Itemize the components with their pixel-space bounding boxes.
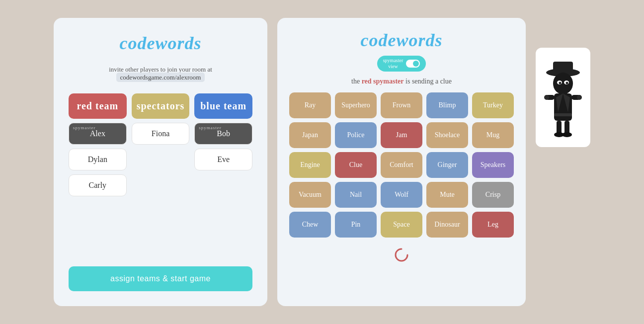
main-container: codewords invite other players to join y…: [54, 18, 590, 306]
svg-rect-1: [553, 62, 573, 74]
word-card-24[interactable]: Leg: [472, 212, 514, 238]
assign-button-container: assign teams & start game: [69, 251, 252, 291]
blue-spymaster-card[interactable]: spymaster Bob: [194, 123, 252, 145]
word-card-0[interactable]: Ray: [289, 92, 331, 118]
spectators-header[interactable]: spectators: [132, 93, 190, 119]
left-panel: codewords invite other players to join y…: [54, 18, 267, 306]
word-card-8[interactable]: Shoelace: [426, 122, 468, 148]
left-title: codewords: [120, 33, 202, 54]
spy-illustration: [543, 58, 583, 137]
red-spymaster-card[interactable]: spymaster Alex: [69, 123, 127, 145]
invite-link[interactable]: codewordsgame.com/alexroom: [116, 73, 205, 82]
invite-text: invite other players to join your room a…: [69, 66, 252, 81]
spy-character: [536, 48, 590, 147]
svg-point-18: [577, 95, 582, 100]
word-grid: RaySuperheroFrownBlimpTurkeyJapanPoliceJ…: [289, 92, 514, 238]
red-player-card-2[interactable]: Carly: [69, 174, 127, 196]
word-card-15[interactable]: Vacuum: [289, 182, 331, 208]
word-card-19[interactable]: Crisp: [472, 182, 514, 208]
word-card-9[interactable]: Mug: [472, 122, 514, 148]
word-card-13[interactable]: Ginger: [426, 152, 468, 178]
blue-player-card-1[interactable]: Eve: [194, 149, 252, 170]
word-card-23[interactable]: Dinosaur: [426, 212, 468, 238]
red-team-column: red team spymaster Alex Dylan Carly: [69, 93, 127, 196]
svg-point-17: [544, 95, 549, 100]
word-card-20[interactable]: Chew: [289, 212, 331, 238]
word-card-17[interactable]: Wolf: [381, 182, 422, 208]
word-card-3[interactable]: Blimp: [426, 92, 468, 118]
toggle-switch[interactable]: [406, 60, 420, 68]
teams-row: red team spymaster Alex Dylan Carly spec…: [69, 93, 252, 196]
blue-team-column: blue team spymaster Bob Eve: [194, 93, 252, 196]
right-title: codewords: [361, 30, 443, 51]
status-team: red spymaster: [362, 78, 404, 85]
word-card-18[interactable]: Mute: [426, 182, 468, 208]
word-card-11[interactable]: Clue: [335, 152, 377, 178]
assign-start-button[interactable]: assign teams & start game: [69, 266, 252, 291]
red-team-header[interactable]: red team: [69, 93, 127, 119]
word-card-2[interactable]: Frown: [381, 92, 422, 118]
word-card-22[interactable]: Space: [381, 212, 422, 238]
spymaster-toggle[interactable]: spymasterview: [377, 56, 426, 72]
svg-rect-10: [554, 113, 572, 116]
word-card-1[interactable]: Superhero: [335, 92, 377, 118]
word-card-6[interactable]: Police: [335, 122, 377, 148]
svg-point-5: [559, 82, 562, 84]
spymaster-label: spymaster: [73, 125, 96, 130]
word-card-21[interactable]: Pin: [335, 212, 377, 238]
blue-spymaster-label: spymaster: [199, 125, 222, 130]
word-card-5[interactable]: Japan: [289, 122, 331, 148]
spectator-card-1[interactable]: Fiona: [132, 123, 190, 145]
svg-point-2: [553, 73, 573, 94]
right-panel: codewords spymasterview the red spymaste…: [277, 18, 526, 306]
svg-point-14: [562, 132, 572, 137]
svg-point-6: [566, 82, 568, 84]
word-card-14[interactable]: Speakers: [472, 152, 514, 178]
word-card-7[interactable]: Jam: [381, 122, 422, 148]
loading-spinner: [394, 247, 409, 266]
word-card-4[interactable]: Turkey: [472, 92, 514, 118]
word-card-16[interactable]: Nail: [335, 182, 377, 208]
blue-team-header[interactable]: blue team: [194, 93, 252, 119]
spectators-column: spectators Fiona: [132, 93, 190, 196]
toggle-label: spymasterview: [383, 58, 403, 70]
red-player-card-1[interactable]: Dylan: [69, 149, 127, 170]
status-text: the red spymaster is sending a clue: [351, 78, 452, 85]
word-card-12[interactable]: Comfort: [381, 152, 422, 178]
word-card-10[interactable]: Engine: [289, 152, 331, 178]
